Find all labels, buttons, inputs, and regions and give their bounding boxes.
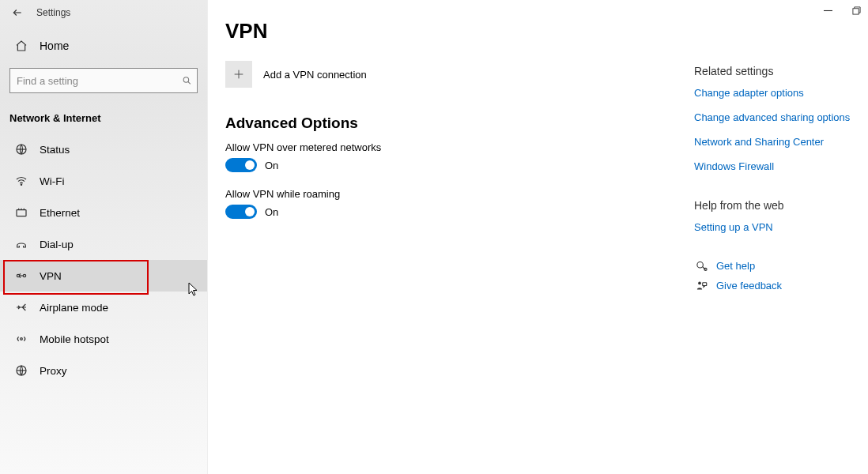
svg-rect-6 bbox=[17, 210, 26, 216]
ethernet-icon bbox=[14, 205, 28, 220]
sidebar-home[interactable]: Home bbox=[0, 30, 207, 62]
sidebar-item-proxy[interactable]: Proxy bbox=[0, 355, 207, 386]
svg-point-1 bbox=[183, 77, 189, 83]
svg-point-5 bbox=[21, 184, 21, 185]
sidebar-item-label: Ethernet bbox=[40, 207, 80, 219]
svg-rect-23 bbox=[702, 283, 706, 286]
nav-list: Status Wi-Fi Ethernet Dial-up bbox=[0, 134, 207, 386]
sidebar-item-wifi[interactable]: Wi-Fi bbox=[0, 165, 207, 197]
window-title: Settings bbox=[36, 7, 70, 18]
feedback-icon bbox=[694, 280, 708, 292]
link-network-center[interactable]: Network and Sharing Center bbox=[694, 136, 860, 148]
svg-line-14 bbox=[19, 276, 21, 278]
sidebar-item-status[interactable]: Status bbox=[0, 134, 207, 165]
svg-point-11 bbox=[23, 274, 25, 276]
plus-icon bbox=[225, 61, 252, 88]
svg-point-20 bbox=[696, 262, 703, 269]
aside: Related settings Change adapter options … bbox=[694, 0, 868, 474]
toggle-metered[interactable] bbox=[225, 158, 257, 172]
get-help-label: Get help bbox=[716, 260, 755, 272]
toggle-roaming[interactable] bbox=[225, 205, 257, 219]
page-title: VPN bbox=[225, 19, 694, 43]
sidebar-item-label: Dial-up bbox=[40, 239, 74, 250]
sidebar-item-dialup[interactable]: Dial-up bbox=[0, 228, 207, 260]
search-icon bbox=[182, 76, 192, 86]
sidebar-item-label: Proxy bbox=[40, 365, 67, 377]
option-roaming: Allow VPN while roaming On bbox=[225, 188, 694, 219]
toggle-state: On bbox=[265, 160, 278, 171]
toggle-row: On bbox=[225, 205, 694, 219]
sidebar-item-label: Wi-Fi bbox=[40, 175, 64, 187]
sidebar-item-label: Mobile hotspot bbox=[40, 333, 109, 345]
link-adapter-options[interactable]: Change adapter options bbox=[694, 87, 860, 99]
minimize-button[interactable] bbox=[822, 5, 833, 16]
search-input[interactable] bbox=[10, 75, 197, 87]
back-arrow-icon bbox=[12, 7, 23, 18]
link-setup-vpn[interactable]: Setting up a VPN bbox=[694, 221, 860, 233]
search-wrap bbox=[0, 68, 207, 93]
svg-rect-25 bbox=[852, 8, 858, 13]
related-section: Related settings Change adapter options … bbox=[694, 65, 860, 172]
home-icon bbox=[14, 39, 28, 53]
vpn-icon bbox=[14, 269, 28, 283]
toggle-row: On bbox=[225, 158, 694, 172]
category-heading: Network & Internet bbox=[0, 104, 207, 134]
link-firewall[interactable]: Windows Firewall bbox=[694, 160, 860, 172]
give-feedback-link[interactable]: Give feedback bbox=[694, 280, 860, 292]
help-icon bbox=[694, 260, 708, 272]
sidebar-item-label: VPN bbox=[40, 270, 62, 282]
svg-point-22 bbox=[698, 282, 701, 285]
give-feedback-label: Give feedback bbox=[716, 280, 782, 292]
sidebar-item-label: Status bbox=[40, 144, 70, 156]
back-button[interactable] bbox=[8, 3, 27, 22]
svg-point-10 bbox=[17, 274, 19, 276]
hotspot-icon bbox=[14, 332, 28, 346]
proxy-icon bbox=[14, 363, 28, 378]
content: VPN Add a VPN connection Advanced Option… bbox=[208, 0, 694, 474]
toggle-state: On bbox=[265, 206, 278, 218]
sidebar: Settings Home Network & Internet Sta bbox=[0, 0, 208, 474]
wifi-icon bbox=[14, 174, 28, 188]
window-controls bbox=[822, 5, 862, 16]
sidebar-header: Settings bbox=[0, 0, 207, 25]
advanced-heading: Advanced Options bbox=[225, 115, 694, 132]
link-sharing-options[interactable]: Change advanced sharing options bbox=[694, 111, 860, 123]
svg-line-2 bbox=[188, 81, 191, 84]
dialup-icon bbox=[14, 237, 28, 251]
svg-line-13 bbox=[19, 273, 21, 275]
status-icon bbox=[14, 142, 28, 156]
sidebar-item-vpn[interactable]: VPN bbox=[0, 260, 207, 292]
get-help-link[interactable]: Get help bbox=[694, 260, 860, 272]
help-section: Help from the web Setting up a VPN bbox=[694, 199, 860, 233]
search-box[interactable] bbox=[9, 68, 198, 93]
aside-footer: Get help Give feedback bbox=[694, 260, 860, 292]
help-heading: Help from the web bbox=[694, 199, 860, 212]
sidebar-item-ethernet[interactable]: Ethernet bbox=[0, 197, 207, 228]
option-metered: Allow VPN over metered networks On bbox=[225, 141, 694, 172]
sidebar-item-airplane[interactable]: Airplane mode bbox=[0, 292, 207, 323]
airplane-icon bbox=[14, 300, 28, 314]
maximize-button[interactable] bbox=[851, 5, 862, 16]
option-label: Allow VPN while roaming bbox=[225, 188, 694, 200]
sidebar-item-hotspot[interactable]: Mobile hotspot bbox=[0, 323, 207, 355]
add-vpn-button[interactable]: Add a VPN connection bbox=[225, 61, 694, 88]
sidebar-item-label: Airplane mode bbox=[40, 302, 108, 314]
option-label: Allow VPN over metered networks bbox=[225, 141, 694, 153]
main: VPN Add a VPN connection Advanced Option… bbox=[208, 0, 868, 474]
home-label: Home bbox=[40, 40, 69, 52]
add-vpn-label: Add a VPN connection bbox=[263, 69, 367, 81]
related-heading: Related settings bbox=[694, 65, 860, 77]
svg-point-15 bbox=[21, 338, 23, 340]
